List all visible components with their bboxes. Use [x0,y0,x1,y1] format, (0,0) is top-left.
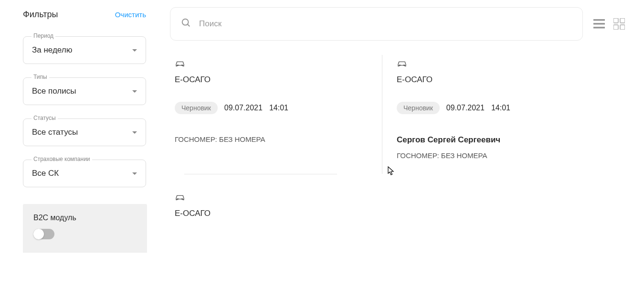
card-time: 14:01 [491,104,510,112]
car-icon [175,193,368,203]
search-input[interactable] [199,19,572,29]
chevron-down-icon [132,49,137,52]
status-row: Черновик 09.07.2021 14:01 [175,102,368,114]
cards-area: Е-ОСАГО Черновик 09.07.2021 14:01 ГОСНОМ… [170,55,625,174]
filter-label: Период [32,32,55,39]
policy-card[interactable]: Е-ОСАГО Черновик 09.07.2021 14:01 ГОСНОМ… [170,55,382,174]
filter-label: Типы [32,74,49,80]
search-wrapper [170,7,583,41]
filter-companies: Страховые компании Все СК [23,160,153,187]
svg-rect-4 [593,27,605,29]
top-bar [170,7,625,41]
svg-rect-2 [593,19,605,21]
sidebar: Фильтры Очистить Период За неделю Типы В… [0,0,153,300]
filter-period: Период За неделю [23,36,153,64]
svg-rect-6 [620,18,625,23]
filter-companies-select[interactable]: Все СК [23,160,146,187]
toggle-knob [33,229,44,239]
filter-types: Типы Все полисы [23,77,153,105]
status-row: Черновик 09.07.2021 14:01 [397,102,581,114]
search-icon [181,18,191,30]
policy-card[interactable]: Е-ОСАГО [170,193,382,250]
b2c-module: B2C модуль [23,204,147,253]
car-number-label: ГОСНОМЕР: БЕЗ НОМЕРА [397,151,581,160]
chevron-down-icon [132,172,137,175]
b2c-toggle[interactable] [33,229,54,239]
view-mode-icons [593,18,625,30]
card-date: 09.07.2021 [224,104,263,112]
divider [184,174,337,174]
filter-statuses: Статусы Все статусы [23,118,153,146]
policy-type-label: Е-ОСАГО [175,75,368,85]
status-badge: Черновик [175,102,218,114]
filter-value: Все СК [32,169,59,178]
filter-period-select[interactable]: За неделю [23,36,146,64]
clear-filters-link[interactable]: Очистить [115,11,146,19]
svg-rect-5 [613,18,618,23]
svg-point-13 [178,199,179,200]
svg-point-10 [182,65,183,66]
svg-rect-8 [620,25,625,30]
filter-statuses-select[interactable]: Все статусы [23,118,146,146]
svg-point-12 [404,65,405,66]
filter-value: Все полисы [32,86,76,96]
client-name: Сергов Сергей Сергеевич [397,135,581,145]
svg-rect-7 [613,25,618,30]
chevron-down-icon [132,131,137,134]
car-icon [175,60,368,69]
grid-view-icon[interactable] [613,18,625,30]
b2c-label: B2C модуль [33,214,137,222]
svg-point-11 [400,65,401,66]
status-badge: Черновик [397,102,440,114]
svg-point-14 [182,199,183,200]
card-time: 14:01 [269,104,288,112]
sidebar-header: Фильтры Очистить [23,10,153,20]
filter-types-select[interactable]: Все полисы [23,77,146,105]
filter-value: За неделю [32,45,72,55]
svg-rect-3 [593,23,605,25]
main-content: Е-ОСАГО Черновик 09.07.2021 14:01 ГОСНОМ… [153,0,644,300]
policy-card[interactable]: Е-ОСАГО Черновик 09.07.2021 14:01 Сергов… [382,55,595,174]
filter-label: Статусы [32,115,58,121]
chevron-down-icon [132,90,137,93]
car-number-label: ГОСНОМЕР: БЕЗ НОМЕРА [175,135,368,143]
card-date: 09.07.2021 [446,104,485,112]
car-icon [397,60,581,69]
svg-point-0 [182,19,189,25]
policy-type-label: Е-ОСАГО [175,209,368,218]
filter-label: Страховые компании [32,156,92,162]
filters-title: Фильтры [23,10,58,20]
svg-line-1 [188,24,190,27]
policy-type-label: Е-ОСАГО [397,75,581,85]
svg-point-9 [178,65,179,66]
list-view-icon[interactable] [593,19,605,29]
filter-value: Все статусы [32,128,78,137]
